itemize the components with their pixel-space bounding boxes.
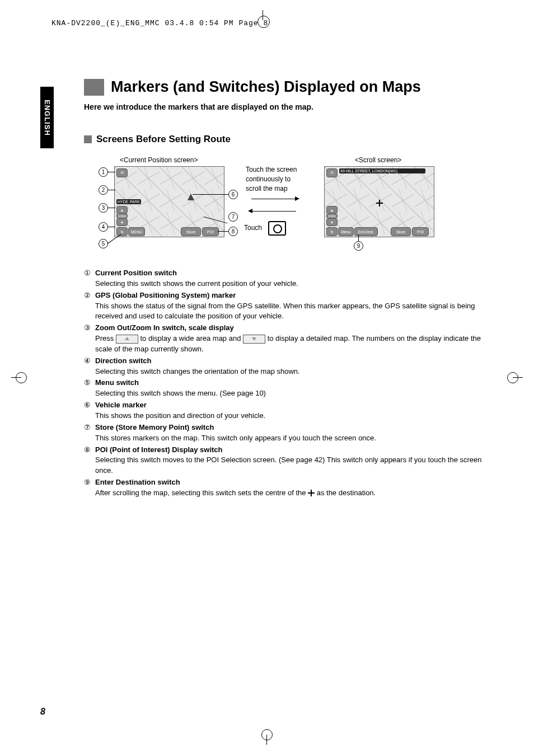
park-label: HYDE PARK <box>116 199 141 204</box>
scroll-screenshot: ⟲ 49 HILL STREET, LONDON(W1) ▲ 1/16m ▼ N… <box>324 166 434 237</box>
crosshair-inline-icon <box>308 490 315 496</box>
intro-text: Here we introduce the markers that are d… <box>84 102 487 111</box>
callout-2: 2 <box>99 185 108 195</box>
menu-button[interactable]: MENU <box>128 227 145 236</box>
left-screen-label: <Current Position screen> <box>120 156 198 164</box>
arrow-right <box>251 199 296 199</box>
definition-item: ⑤ Menu switch Selecting this switch show… <box>84 378 487 399</box>
callout-8: 8 <box>228 227 238 236</box>
def-body: This shows the position and direction of… <box>95 411 487 421</box>
crop-mark-icon <box>11 369 28 386</box>
def-body: Selecting this switch changes the orient… <box>95 367 487 377</box>
definitions-list: ① Current Position switch Selecting this… <box>84 268 487 499</box>
def-num: ⑤ <box>84 378 95 399</box>
def-body: Selecting this switch shows the menu. (S… <box>95 388 487 399</box>
def-title: GPS (Global Positioning System) marker <box>95 290 487 301</box>
return-button[interactable]: ⟲ <box>326 168 338 177</box>
right-screen-label: <Scroll screen> <box>355 156 401 164</box>
current-position-button[interactable]: ⟲ <box>116 168 128 177</box>
def-num: ④ <box>84 356 95 377</box>
def-body: Selecting this switch shows the current … <box>95 279 487 289</box>
def-num: ⑦ <box>84 422 95 444</box>
return-button-icon <box>268 221 286 236</box>
def-title: Menu switch <box>95 378 487 388</box>
definition-item: ④ Direction switch Selecting this switch… <box>84 356 487 377</box>
definition-item: ② GPS (Global Positioning System) marker… <box>84 290 487 322</box>
direction-button[interactable]: N <box>116 227 128 236</box>
callout-4: 4 <box>99 222 108 232</box>
page-title: Markers (and Switches) Displayed on Maps <box>111 78 421 96</box>
zoom-out-button-r[interactable]: ▲ <box>326 206 338 214</box>
crop-mark-icon <box>259 728 275 745</box>
def-body: This stores markers on the map. This swi… <box>95 433 487 444</box>
callout-6: 6 <box>228 190 238 199</box>
store-button[interactable]: Store <box>181 227 201 236</box>
subsection-title: Screens Before Setting Route <box>96 134 231 145</box>
subsection-marker-icon <box>84 135 92 143</box>
callout-5: 5 <box>99 239 108 248</box>
zoom-out-button[interactable]: ▲ <box>116 206 128 214</box>
def-body: After scrolling the map, selecting this … <box>95 488 487 499</box>
poi-button[interactable]: POI <box>202 227 219 236</box>
def-title: Vehicle marker <box>95 400 487 411</box>
def-num: ⑥ <box>84 400 95 421</box>
arrow-left <box>251 211 296 212</box>
zoom-in-inline-icon <box>243 335 265 344</box>
def-body: Selecting this switch moves to the POI S… <box>95 455 487 476</box>
def-title: Zoom Out/Zoom In switch, scale display <box>95 323 487 334</box>
print-header: KNA-DV2200_(E)_ENG_MMC 03.4.8 0:54 PM Pa… <box>51 19 268 27</box>
title-marker-icon <box>84 79 104 96</box>
definition-item: ③ Zoom Out/Zoom In switch, scale display… <box>84 323 487 355</box>
callout-9: 9 <box>354 241 363 251</box>
callout-7: 7 <box>228 212 238 222</box>
def-title: Current Position switch <box>95 268 487 279</box>
def-title: Enter Destination switch <box>95 477 487 488</box>
callout-1: 1 <box>99 167 108 177</box>
def-num: ⑨ <box>84 477 95 499</box>
page-number: 8 <box>40 707 45 717</box>
definition-item: ⑦ Store (Store Memory Point) switch This… <box>84 422 487 444</box>
def-body: Press to display a wide area map and to … <box>95 334 487 355</box>
menu-button-r[interactable]: Menu <box>338 227 354 236</box>
callout-3: 3 <box>99 203 108 213</box>
direction-button-r[interactable]: N <box>326 227 338 236</box>
store-button-r[interactable]: Store <box>391 227 411 236</box>
language-tab: ENGLISH <box>40 87 54 148</box>
zoom-in-button[interactable]: ▼ <box>116 218 128 226</box>
scroll-hint: Touch the screen continuously to scroll … <box>246 165 307 193</box>
poi-button-r[interactable]: POI <box>412 227 429 236</box>
def-body: This shows the status of the signal from… <box>95 301 487 322</box>
def-num: ⑧ <box>84 445 95 477</box>
def-title: Direction switch <box>95 356 487 367</box>
crosshair-icon <box>376 198 383 208</box>
figure-area: <Current Position screen> ⟲ HYDE PARK ▲ … <box>92 156 487 257</box>
def-num: ③ <box>84 323 95 355</box>
definition-item: ⑧ POI (Point of Interest) Display switch… <box>84 445 487 477</box>
touch-label: Touch <box>244 223 262 233</box>
zoom-in-button-r[interactable]: ▼ <box>326 218 338 226</box>
definition-item: ① Current Position switch Selecting this… <box>84 268 487 289</box>
def-num: ② <box>84 290 95 322</box>
def-title: Store (Store Memory Point) switch <box>95 422 487 433</box>
address-banner: 49 HILL STREET, LONDON(W1) <box>339 168 425 173</box>
crop-mark-icon <box>506 369 523 386</box>
definition-item: ⑥ Vehicle marker This shows the position… <box>84 400 487 421</box>
definition-item: ⑨ Enter Destination switch After scrolli… <box>84 477 487 499</box>
def-num: ① <box>84 268 95 289</box>
current-position-screenshot: ⟲ HYDE PARK ▲ 1/16m ▼ N MENU Store POI <box>114 166 224 237</box>
crop-mark-icon <box>255 12 271 29</box>
def-title: POI (Point of Interest) Display switch <box>95 445 487 456</box>
zoom-out-inline-icon <box>116 335 138 344</box>
